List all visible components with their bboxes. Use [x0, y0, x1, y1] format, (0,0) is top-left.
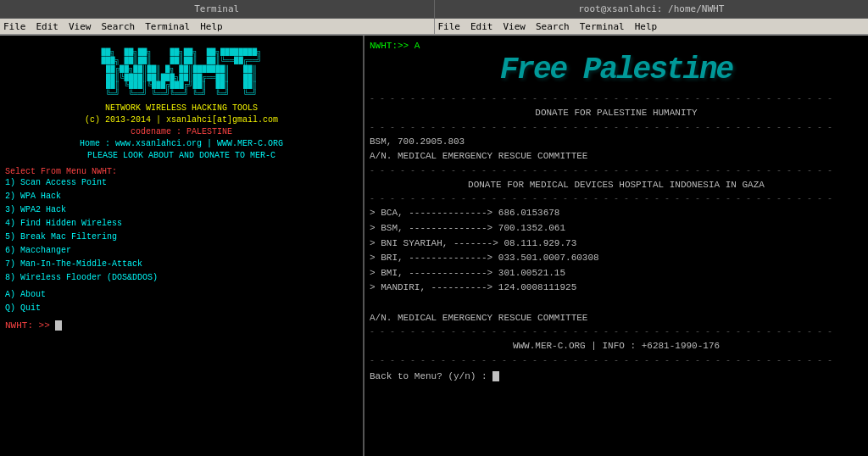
menu-option-8: 8) Wireless Flooder (DOS&DDOS) — [5, 271, 358, 285]
right-cursor — [492, 371, 499, 381]
donate-text-2: DONATE FOR MEDICAL DEVICES HOSPITAL INDO… — [370, 178, 863, 193]
option-about: A) About — [5, 288, 358, 302]
bri-line: > BRI, --------------> 033.501.0007.6030… — [370, 251, 863, 266]
menu-option-5: 5) Break Mac Filtering — [5, 231, 358, 244]
free-palestine-art: Free Palestine — [370, 53, 863, 87]
menu-option-1: 1) Scan Access Point — [5, 176, 358, 190]
ascii-logo: ██╗ ██╗██╗ ██╗██╗ ██╗████████╗ ███╗ ██║█… — [5, 41, 358, 99]
menu-options-list: 1) Scan Access Point 2) WPA Hack 3) WPA2… — [5, 176, 358, 285]
bni-line: > BNI SYARIAH, -------> 08.111.929.73 — [370, 236, 863, 252]
an-line-1: A/N. MEDICAL EMERGENCY RESCUE COMMITTEE — [370, 149, 863, 164]
left-prompt[interactable]: NWHT: >> — [5, 320, 358, 331]
donate-text-1: DONATE FOR PALESTINE HUMANITY — [370, 106, 863, 121]
right-menu-view[interactable]: View — [504, 21, 526, 32]
mandiri-line: > MANDIRI, ----------> 124.0008111925 — [370, 281, 863, 296]
menu-option-4: 4) Find Hidden Wireless — [5, 217, 358, 231]
blank-line — [370, 296, 863, 311]
dashed-5: - - - - - - - - - - - - - - - - - - - - … — [370, 325, 863, 339]
left-terminal-pane[interactable]: ██╗ ██╗██╗ ██╗██╗ ██╗████████╗ ███╗ ██║█… — [0, 36, 364, 456]
right-prompt-input: NWHT:>> A — [370, 41, 863, 51]
menu-option-6: 6) Macchanger — [5, 244, 358, 258]
left-menu-file[interactable]: File — [3, 21, 26, 32]
an-line-2: A/N. MEDICAL EMERGENCY RESCUE COMMITTEE — [370, 311, 863, 326]
left-cursor — [55, 320, 62, 331]
left-menu-view[interactable]: View — [69, 21, 92, 32]
left-menu-bar: File Edit View Search Terminal Help — [0, 19, 435, 36]
right-menu-bar: File Edit View Search Terminal Help — [435, 19, 869, 36]
dashed-3: - - - - - - - - - - - - - - - - - - - - … — [370, 164, 863, 178]
left-menu-edit[interactable]: Edit — [36, 21, 59, 32]
right-content-area: - - - - - - - - - - - - - - - - - - - - … — [370, 92, 863, 368]
menu-option-7: 7) Man-In-The-Middle-Attack — [5, 258, 358, 271]
bmi-line: > BMI, --------------> 301.00521.15 — [370, 266, 863, 281]
menu-option-2: 2) WPA Hack — [5, 190, 358, 203]
extra-options: A) About Q) Quit — [5, 288, 358, 315]
copyright-line: (c) 2013-2014 | xsanlahci[at]gmail.com — [5, 114, 358, 126]
dashed-1: - - - - - - - - - - - - - - - - - - - - … — [370, 92, 863, 106]
left-menu-help[interactable]: Help — [200, 21, 223, 32]
left-terminal-title: Terminal — [0, 0, 435, 19]
back-to-menu-prompt[interactable]: Back to Menu? (y/n) : — [370, 371, 863, 381]
menu-option-3: 3) WPA2 Hack — [5, 203, 358, 217]
right-terminal-title: root@xsanlahci: /home/NWHT — [435, 0, 869, 19]
right-menu-terminal[interactable]: Terminal — [580, 21, 625, 32]
app-name-line: NETWORK WIRELESS HACKING TOOLS — [5, 103, 358, 114]
right-menu-edit[interactable]: Edit — [470, 21, 493, 32]
bsm-line: BSM, 700.2905.803 — [370, 135, 863, 150]
left-menu-search[interactable]: Search — [102, 21, 136, 32]
right-terminal-pane[interactable]: NWHT:>> A Free Palestine - - - - - - - -… — [364, 36, 868, 456]
dashed-6: - - - - - - - - - - - - - - - - - - - - … — [370, 354, 863, 368]
bsm2-line: > BSM, --------------> 700.1352.061 — [370, 221, 863, 236]
codename-line: codename : PALESTINE — [5, 126, 358, 138]
please-line: PLEASE LOOK ABOUT AND DONATE TO MER-C — [5, 150, 358, 162]
dashed-4: - - - - - - - - - - - - - - - - - - - - … — [370, 192, 863, 206]
bca-line: > BCA, --------------> 686.0153678 — [370, 206, 863, 221]
menu-label: Select From Menu NWHT: — [5, 167, 358, 176]
option-quit: Q) Quit — [5, 302, 358, 315]
home-line: Home : www.xsanlahci.org | WWW.MER-C.ORG — [5, 138, 358, 150]
right-menu-file[interactable]: File — [438, 21, 461, 32]
right-menu-help[interactable]: Help — [635, 21, 658, 32]
left-menu-terminal[interactable]: Terminal — [145, 21, 190, 32]
right-menu-search[interactable]: Search — [536, 21, 570, 32]
mer-c-line: WWW.MER-C.ORG | INFO : +6281-1990-176 — [370, 339, 863, 354]
dashed-2: - - - - - - - - - - - - - - - - - - - - … — [370, 121, 863, 135]
